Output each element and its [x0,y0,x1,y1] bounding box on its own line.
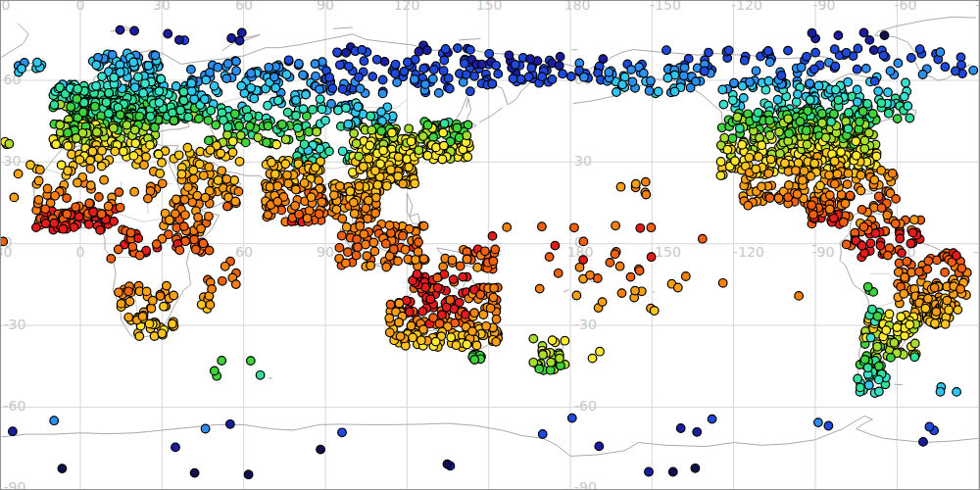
station-dot [278,121,287,129]
station-dot [155,99,164,108]
station-dot [509,74,517,83]
station-dot [207,106,216,115]
station-dot [795,292,804,301]
station-dot [367,112,375,121]
station-dot [806,79,814,88]
station-dot [264,101,272,110]
station-dot [957,265,966,273]
station-dot [197,301,206,310]
station-dot [373,180,382,189]
station-dot [463,131,471,140]
station-dot [411,179,419,188]
station-dot [612,88,621,97]
station-dot [821,133,830,142]
station-dot [718,85,727,94]
station-dot [138,313,147,321]
station-dot [270,73,279,81]
station-dot [0,237,8,246]
station-dot [342,49,351,58]
station-dot [765,194,774,203]
station-dot [419,132,428,141]
station-dot [110,218,119,226]
station-dot [431,337,440,346]
station-dot [72,203,80,212]
grid-label: 150 [476,0,503,13]
station-dot [316,95,324,104]
station-dot [344,120,353,128]
station-dot [455,298,464,307]
station-dot [880,31,889,40]
station-dot [831,62,840,71]
station-dot [74,85,82,94]
station-dot [797,63,806,72]
station-dot [588,354,597,363]
station-dot [776,150,785,159]
station-dot [556,354,564,363]
station-dot [642,190,651,199]
station-dot [368,73,377,81]
station-dot [875,362,884,370]
station-dot [443,460,452,468]
station-dot [969,67,978,75]
station-dot [862,65,871,74]
station-dot [545,253,554,262]
grid-label: -150 [650,0,681,13]
station-dot [781,159,790,168]
station-dot [92,82,101,91]
station-dot [105,89,114,98]
station-dot [131,139,140,148]
station-dot [318,105,326,114]
station-dot [135,251,144,260]
station-dot [670,87,679,96]
station-dot [863,364,872,372]
station-dot [268,158,276,167]
station-dot [284,179,293,188]
grid-label: 180 [564,0,591,13]
station-dot [529,359,538,368]
station-dot [825,205,834,214]
station-dot [636,224,645,233]
station-dot [102,98,111,107]
station-dot [870,46,879,55]
station-dot [125,297,134,306]
station-dot [145,319,154,328]
station-dot [140,161,149,170]
station-dot [144,194,153,203]
station-dot [378,75,387,84]
station-dot [740,94,749,103]
station-dot [874,375,883,384]
station-dot [231,110,240,119]
station-dot [211,367,220,375]
station-dot [575,264,584,272]
station-dot [330,191,339,200]
station-dot [860,356,869,365]
station-dot [394,153,403,162]
station-dot [915,268,924,276]
station-dot [843,180,852,189]
station-dot [489,293,498,302]
station-dot [489,257,498,266]
station-dot [854,98,862,107]
station-dot [97,162,106,171]
station-dot [906,114,914,122]
station-dot [854,374,862,383]
station-dot [719,100,728,109]
grid-label: 60 [235,244,253,260]
station-dot [413,270,421,279]
station-dot [367,262,375,270]
station-dot [853,85,861,94]
station-dot [432,143,441,152]
station-dot [415,238,423,247]
station-dot [394,172,403,181]
station-dot [179,88,188,97]
station-dot [160,302,169,311]
station-dot [180,195,189,204]
station-dot [439,67,448,75]
station-dot [281,135,290,144]
station-dot [941,269,950,277]
station-dot [834,31,843,40]
station-dot [417,336,426,345]
station-dot [903,257,911,266]
station-dot [923,265,932,273]
station-dot [680,72,689,80]
